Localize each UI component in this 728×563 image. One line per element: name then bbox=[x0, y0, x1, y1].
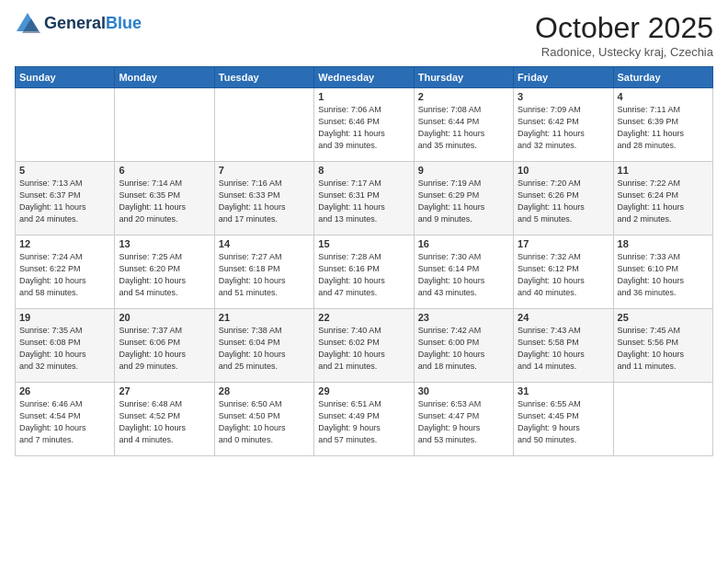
day-info: Sunrise: 7:42 AM Sunset: 6:00 PM Dayligh… bbox=[418, 325, 509, 373]
day-number: 25 bbox=[618, 312, 709, 323]
day-number: 1 bbox=[318, 91, 409, 102]
day-number: 15 bbox=[318, 238, 409, 249]
day-info: Sunrise: 7:45 AM Sunset: 5:56 PM Dayligh… bbox=[618, 325, 709, 373]
day-info: Sunrise: 7:19 AM Sunset: 6:29 PM Dayligh… bbox=[418, 178, 509, 225]
day-number: 17 bbox=[518, 238, 609, 249]
calendar-cell: 29Sunrise: 6:51 AM Sunset: 4:49 PM Dayli… bbox=[314, 383, 414, 456]
day-info: Sunrise: 7:22 AM Sunset: 6:24 PM Dayligh… bbox=[618, 178, 709, 225]
day-info: Sunrise: 7:11 AM Sunset: 6:39 PM Dayligh… bbox=[618, 104, 709, 152]
day-info: Sunrise: 7:40 AM Sunset: 6:02 PM Dayligh… bbox=[318, 325, 409, 373]
day-number: 18 bbox=[618, 238, 709, 249]
day-info: Sunrise: 7:32 AM Sunset: 6:12 PM Dayligh… bbox=[518, 251, 609, 299]
day-number: 8 bbox=[318, 165, 409, 176]
calendar-cell: 28Sunrise: 6:50 AM Sunset: 4:50 PM Dayli… bbox=[214, 383, 313, 456]
calendar-week-1: 1Sunrise: 7:06 AM Sunset: 6:46 PM Daylig… bbox=[16, 88, 713, 162]
calendar-cell: 1Sunrise: 7:06 AM Sunset: 6:46 PM Daylig… bbox=[314, 88, 414, 162]
day-info: Sunrise: 6:55 AM Sunset: 4:45 PM Dayligh… bbox=[518, 398, 609, 446]
calendar-cell: 7Sunrise: 7:16 AM Sunset: 6:33 PM Daylig… bbox=[214, 162, 313, 236]
day-number: 11 bbox=[618, 165, 709, 176]
day-number: 5 bbox=[19, 165, 110, 176]
day-number: 28 bbox=[219, 385, 310, 396]
calendar-cell: 11Sunrise: 7:22 AM Sunset: 6:24 PM Dayli… bbox=[613, 162, 712, 236]
day-number: 19 bbox=[19, 312, 110, 323]
day-info: Sunrise: 7:27 AM Sunset: 6:18 PM Dayligh… bbox=[219, 251, 310, 299]
day-number: 20 bbox=[119, 312, 210, 323]
calendar-cell: 17Sunrise: 7:32 AM Sunset: 6:12 PM Dayli… bbox=[514, 236, 613, 309]
logo-blue: Blue bbox=[106, 14, 142, 32]
day-number: 3 bbox=[518, 91, 609, 102]
calendar-cell: 3Sunrise: 7:09 AM Sunset: 6:42 PM Daylig… bbox=[514, 88, 613, 162]
day-info: Sunrise: 7:30 AM Sunset: 6:14 PM Dayligh… bbox=[418, 251, 509, 299]
calendar-cell: 23Sunrise: 7:42 AM Sunset: 6:00 PM Dayli… bbox=[414, 309, 513, 383]
day-number: 24 bbox=[518, 312, 609, 323]
day-number: 12 bbox=[19, 238, 110, 249]
day-info: Sunrise: 7:33 AM Sunset: 6:10 PM Dayligh… bbox=[618, 251, 709, 299]
day-info: Sunrise: 6:46 AM Sunset: 4:54 PM Dayligh… bbox=[19, 398, 110, 446]
month-title: October 2025 bbox=[535, 11, 713, 45]
day-info: Sunrise: 7:38 AM Sunset: 6:04 PM Dayligh… bbox=[219, 325, 310, 373]
day-number: 21 bbox=[219, 312, 310, 323]
calendar-cell: 16Sunrise: 7:30 AM Sunset: 6:14 PM Dayli… bbox=[414, 236, 513, 309]
calendar-header-row: Sunday Monday Tuesday Wednesday Thursday… bbox=[16, 67, 713, 88]
calendar-cell: 13Sunrise: 7:25 AM Sunset: 6:20 PM Dayli… bbox=[115, 236, 214, 309]
calendar: Sunday Monday Tuesday Wednesday Thursday… bbox=[15, 66, 713, 456]
day-info: Sunrise: 7:13 AM Sunset: 6:37 PM Dayligh… bbox=[19, 178, 110, 225]
day-number: 6 bbox=[119, 165, 210, 176]
logo-icon bbox=[15, 11, 40, 37]
day-info: Sunrise: 6:51 AM Sunset: 4:49 PM Dayligh… bbox=[318, 398, 409, 446]
calendar-cell: 24Sunrise: 7:43 AM Sunset: 5:58 PM Dayli… bbox=[514, 309, 613, 383]
calendar-cell bbox=[115, 88, 214, 162]
calendar-week-4: 19Sunrise: 7:35 AM Sunset: 6:08 PM Dayli… bbox=[16, 309, 713, 383]
col-thursday: Thursday bbox=[414, 67, 513, 88]
page: GeneralBlue October 2025 Radonice, Ustec… bbox=[0, 0, 728, 563]
col-monday: Monday bbox=[115, 67, 214, 88]
calendar-cell bbox=[214, 88, 313, 162]
calendar-cell: 6Sunrise: 7:14 AM Sunset: 6:35 PM Daylig… bbox=[115, 162, 214, 236]
calendar-cell: 5Sunrise: 7:13 AM Sunset: 6:37 PM Daylig… bbox=[16, 162, 115, 236]
calendar-cell: 9Sunrise: 7:19 AM Sunset: 6:29 PM Daylig… bbox=[414, 162, 513, 236]
header: GeneralBlue October 2025 Radonice, Ustec… bbox=[15, 11, 713, 59]
day-info: Sunrise: 6:53 AM Sunset: 4:47 PM Dayligh… bbox=[418, 398, 509, 446]
calendar-cell: 15Sunrise: 7:28 AM Sunset: 6:16 PM Dayli… bbox=[314, 236, 414, 309]
calendar-cell: 8Sunrise: 7:17 AM Sunset: 6:31 PM Daylig… bbox=[314, 162, 414, 236]
day-number: 10 bbox=[518, 165, 609, 176]
calendar-cell: 18Sunrise: 7:33 AM Sunset: 6:10 PM Dayli… bbox=[613, 236, 712, 309]
calendar-cell bbox=[613, 383, 712, 456]
logo-general: General bbox=[44, 14, 106, 32]
location: Radonice, Ustecky kraj, Czechia bbox=[535, 45, 713, 59]
calendar-cell: 14Sunrise: 7:27 AM Sunset: 6:18 PM Dayli… bbox=[214, 236, 313, 309]
calendar-cell: 30Sunrise: 6:53 AM Sunset: 4:47 PM Dayli… bbox=[414, 383, 513, 456]
day-number: 9 bbox=[418, 165, 509, 176]
day-number: 30 bbox=[418, 385, 509, 396]
day-info: Sunrise: 7:35 AM Sunset: 6:08 PM Dayligh… bbox=[19, 325, 110, 373]
col-sunday: Sunday bbox=[16, 67, 115, 88]
day-number: 7 bbox=[219, 165, 310, 176]
col-friday: Friday bbox=[514, 67, 613, 88]
day-info: Sunrise: 7:17 AM Sunset: 6:31 PM Dayligh… bbox=[318, 178, 409, 225]
day-info: Sunrise: 6:50 AM Sunset: 4:50 PM Dayligh… bbox=[219, 398, 310, 446]
col-wednesday: Wednesday bbox=[314, 67, 414, 88]
day-number: 13 bbox=[119, 238, 210, 249]
day-number: 23 bbox=[418, 312, 509, 323]
day-info: Sunrise: 7:25 AM Sunset: 6:20 PM Dayligh… bbox=[119, 251, 210, 299]
day-number: 29 bbox=[318, 385, 409, 396]
day-info: Sunrise: 7:06 AM Sunset: 6:46 PM Dayligh… bbox=[318, 104, 409, 152]
day-number: 14 bbox=[219, 238, 310, 249]
day-number: 4 bbox=[618, 91, 709, 102]
calendar-cell: 20Sunrise: 7:37 AM Sunset: 6:06 PM Dayli… bbox=[115, 309, 214, 383]
day-info: Sunrise: 7:24 AM Sunset: 6:22 PM Dayligh… bbox=[19, 251, 110, 299]
logo-text: GeneralBlue bbox=[44, 15, 142, 33]
day-number: 16 bbox=[418, 238, 509, 249]
col-tuesday: Tuesday bbox=[214, 67, 313, 88]
calendar-cell bbox=[16, 88, 115, 162]
day-number: 31 bbox=[518, 385, 609, 396]
calendar-cell: 27Sunrise: 6:48 AM Sunset: 4:52 PM Dayli… bbox=[115, 383, 214, 456]
day-info: Sunrise: 6:48 AM Sunset: 4:52 PM Dayligh… bbox=[119, 398, 210, 446]
day-info: Sunrise: 7:37 AM Sunset: 6:06 PM Dayligh… bbox=[119, 325, 210, 373]
calendar-week-5: 26Sunrise: 6:46 AM Sunset: 4:54 PM Dayli… bbox=[16, 383, 713, 456]
day-info: Sunrise: 7:09 AM Sunset: 6:42 PM Dayligh… bbox=[518, 104, 609, 152]
day-info: Sunrise: 7:16 AM Sunset: 6:33 PM Dayligh… bbox=[219, 178, 310, 225]
col-saturday: Saturday bbox=[613, 67, 712, 88]
calendar-cell: 4Sunrise: 7:11 AM Sunset: 6:39 PM Daylig… bbox=[613, 88, 712, 162]
calendar-cell: 2Sunrise: 7:08 AM Sunset: 6:44 PM Daylig… bbox=[414, 88, 513, 162]
